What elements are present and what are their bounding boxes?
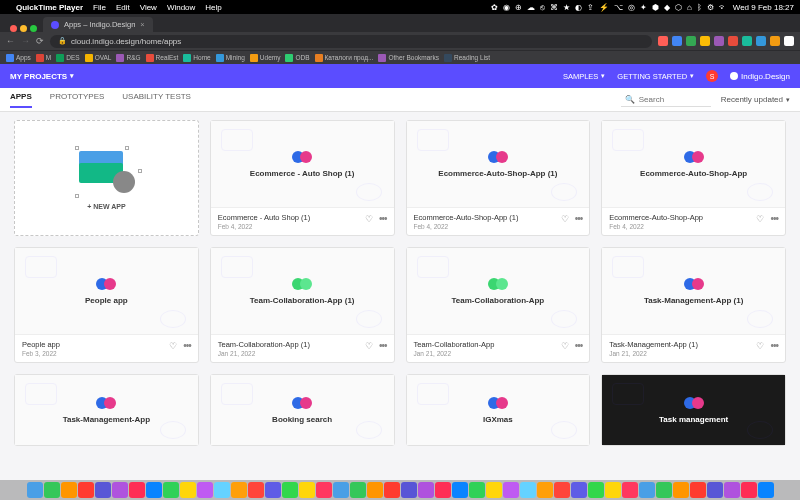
window-minimize-button[interactable] [20, 25, 27, 32]
app-card[interactable]: Ecommerce-Auto-Shop-App (1) Ecommerce-Au… [406, 120, 591, 236]
card-menu-icon[interactable]: ••• [770, 340, 778, 351]
extension-icon[interactable] [756, 36, 766, 46]
card-menu-icon[interactable]: ••• [575, 213, 583, 224]
dock-app-icon[interactable] [571, 482, 587, 498]
dock-app-icon[interactable] [384, 482, 400, 498]
search-box[interactable]: 🔍 [621, 93, 711, 107]
menubar-status-icons[interactable]: ✿◉⊕☁⎋⌘★◐⇪⚡⌥◎✦⬢◆⬡⌂ᛒ⚙ᯤ [491, 3, 727, 12]
dock-app-icon[interactable] [95, 482, 111, 498]
dock-app-icon[interactable] [520, 482, 536, 498]
favorite-icon[interactable]: ♡ [561, 341, 569, 351]
dock-app-icon[interactable] [639, 482, 655, 498]
app-card[interactable]: Booking search [210, 374, 395, 446]
dock-app-icon[interactable] [758, 482, 774, 498]
menu-view[interactable]: View [140, 3, 157, 12]
menubar-datetime[interactable]: Wed 9 Feb 18:27 [733, 3, 794, 12]
bookmark-item[interactable]: ODB [285, 54, 309, 62]
window-maximize-button[interactable] [30, 25, 37, 32]
tab-apps[interactable]: APPS [10, 92, 32, 108]
bookmark-item[interactable]: Каталоги прод... [315, 54, 374, 62]
app-card[interactable]: Task-Management-App [14, 374, 199, 446]
dock-app-icon[interactable] [537, 482, 553, 498]
card-preview[interactable]: Team-Collaboration-App (1) [211, 248, 394, 334]
card-preview[interactable]: Team-Collaboration-App [407, 248, 590, 334]
app-card[interactable]: Team-Collaboration-App Team-Collaboratio… [406, 247, 591, 363]
dock-app-icon[interactable] [112, 482, 128, 498]
dock-app-icon[interactable] [197, 482, 213, 498]
dock-app-icon[interactable] [146, 482, 162, 498]
card-preview[interactable]: Ecommerce-Auto-Shop-App [602, 121, 785, 207]
menu-window[interactable]: Window [167, 3, 195, 12]
card-preview[interactable]: Task management [602, 375, 785, 445]
dock-app-icon[interactable] [27, 482, 43, 498]
sort-dropdown[interactable]: Recently updated ▾ [721, 95, 790, 104]
card-preview[interactable]: Ecommerce-Auto-Shop-App (1) [407, 121, 590, 207]
user-avatar[interactable]: S [706, 70, 718, 82]
dock-app-icon[interactable] [588, 482, 604, 498]
extension-icon[interactable] [728, 36, 738, 46]
bookmark-item[interactable]: Udemy [250, 54, 281, 62]
dock-app-icon[interactable] [61, 482, 77, 498]
card-menu-icon[interactable]: ••• [183, 340, 191, 351]
search-input[interactable] [639, 95, 699, 104]
dock-app-icon[interactable] [605, 482, 621, 498]
dock-app-icon[interactable] [44, 482, 60, 498]
card-preview[interactable]: Task-Management-App [15, 375, 198, 445]
extension-icon[interactable] [742, 36, 752, 46]
nav-back-icon[interactable]: ← [6, 36, 15, 46]
bookmark-item[interactable]: M [36, 54, 51, 62]
extension-icon[interactable] [770, 36, 780, 46]
app-card[interactable]: Ecommerce-Auto-Shop-App Ecommerce-Auto-S… [601, 120, 786, 236]
card-menu-icon[interactable]: ••• [379, 340, 387, 351]
favorite-icon[interactable]: ♡ [169, 341, 177, 351]
dock-app-icon[interactable] [707, 482, 723, 498]
extension-icon[interactable] [658, 36, 668, 46]
bookmark-item[interactable]: R&G [116, 54, 140, 62]
card-preview[interactable]: Task-Management-App (1) [602, 248, 785, 334]
favorite-icon[interactable]: ♡ [365, 214, 373, 224]
bookmark-item[interactable]: DES [56, 54, 79, 62]
dock-app-icon[interactable] [656, 482, 672, 498]
dock-app-icon[interactable] [486, 482, 502, 498]
extension-icons[interactable] [658, 36, 794, 46]
getting-started-link[interactable]: GETTING STARTED ▾ [617, 72, 694, 81]
bookmark-item[interactable]: Mining [216, 54, 245, 62]
bookmark-item[interactable]: Other Bookmarks [378, 54, 439, 62]
tab-prototypes[interactable]: PROTOTYPES [50, 92, 105, 108]
bookmark-item[interactable]: RealEst [146, 54, 179, 62]
card-menu-icon[interactable]: ••• [770, 213, 778, 224]
app-card[interactable]: Ecommerce - Auto Shop (1) Ecommerce - Au… [210, 120, 395, 236]
extension-icon[interactable] [714, 36, 724, 46]
dock-app-icon[interactable] [622, 482, 638, 498]
bookmark-item[interactable]: Home [183, 54, 210, 62]
extension-icon[interactable] [784, 36, 794, 46]
brand-logo[interactable]: Indigo.Design [730, 72, 790, 81]
extension-icon[interactable] [672, 36, 682, 46]
card-menu-icon[interactable]: ••• [575, 340, 583, 351]
dock-app-icon[interactable] [129, 482, 145, 498]
dock-app-icon[interactable] [180, 482, 196, 498]
favorite-icon[interactable]: ♡ [756, 341, 764, 351]
menubar-app-name[interactable]: QuickTime Player [16, 3, 83, 12]
card-preview[interactable]: Booking search [211, 375, 394, 445]
dock-app-icon[interactable] [231, 482, 247, 498]
card-preview[interactable]: People app [15, 248, 198, 334]
extension-icon[interactable] [686, 36, 696, 46]
dock-app-icon[interactable] [350, 482, 366, 498]
favorite-icon[interactable]: ♡ [561, 214, 569, 224]
new-app-card[interactable]: + NEW APP [14, 120, 199, 236]
dock-app-icon[interactable] [333, 482, 349, 498]
dock-app-icon[interactable] [214, 482, 230, 498]
dock-app-icon[interactable] [435, 482, 451, 498]
tab-usability-tests[interactable]: USABILITY TESTS [122, 92, 191, 108]
url-input[interactable]: 🔒 cloud.indigo.design/home/apps [50, 35, 652, 48]
tab-close-icon[interactable]: × [140, 20, 144, 29]
menu-file[interactable]: File [93, 3, 106, 12]
menu-help[interactable]: Help [205, 3, 221, 12]
nav-reload-icon[interactable]: ⟳ [36, 36, 44, 46]
dock-app-icon[interactable] [265, 482, 281, 498]
samples-link[interactable]: SAMPLES ▾ [563, 72, 605, 81]
app-card[interactable]: People app People app Feb 3, 2022 ♡ ••• [14, 247, 199, 363]
bookmark-item[interactable]: OVAL [85, 54, 112, 62]
bookmark-item[interactable]: Apps [6, 54, 31, 62]
